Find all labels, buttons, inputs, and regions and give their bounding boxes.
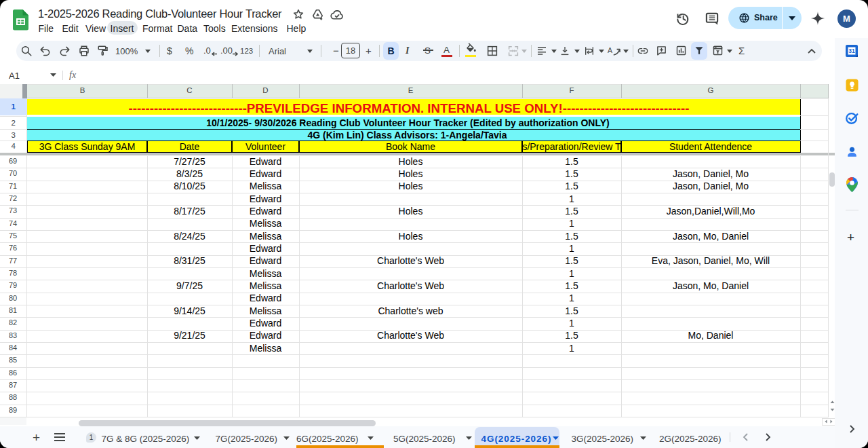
svg-text:31: 31 [848, 48, 855, 54]
